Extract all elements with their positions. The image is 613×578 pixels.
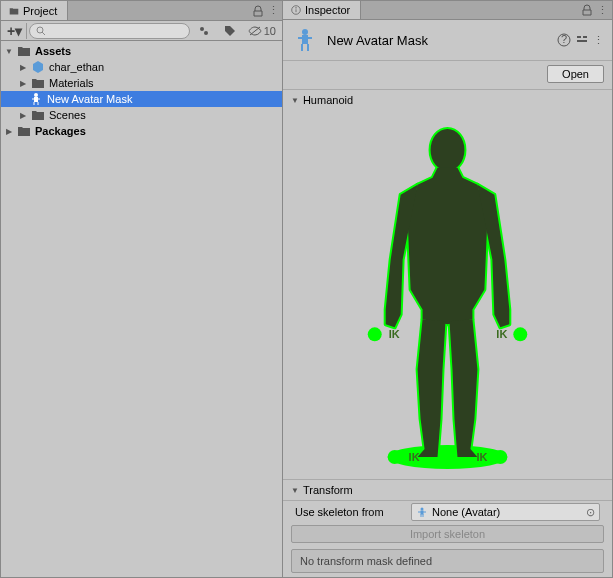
eye-off-icon	[248, 25, 262, 37]
svg-point-27	[388, 450, 402, 464]
skeleton-object-field[interactable]: None (Avatar) ⊙	[411, 503, 600, 521]
tree-char-ethan[interactable]: ▶ char_ethan	[1, 59, 282, 75]
ik-label: IK	[409, 451, 420, 463]
search-box[interactable]	[29, 23, 190, 39]
node-label: Packages	[33, 125, 282, 137]
inspector-tab-controls: ⋮	[581, 4, 612, 17]
svg-point-28	[493, 450, 507, 464]
inspector-header-controls: ? ⋮	[557, 33, 604, 47]
import-skeleton-button: Import skeleton	[291, 525, 604, 543]
svg-point-12	[295, 7, 296, 8]
object-field-value: None (Avatar)	[432, 506, 500, 518]
node-label: Assets	[33, 45, 282, 57]
foldout-icon: ▼	[291, 96, 299, 105]
svg-point-2	[200, 27, 204, 31]
project-tab[interactable]: Project	[1, 1, 68, 20]
field-label: Use skeleton from	[295, 506, 405, 518]
foldout-icon[interactable]: ▶	[17, 79, 29, 88]
svg-point-5	[34, 93, 38, 97]
transform-section: Use skeleton from None (Avatar) ⊙ Import…	[283, 500, 612, 577]
node-label: Scenes	[47, 109, 282, 121]
folder-icon	[31, 76, 45, 90]
create-button[interactable]: +▾	[3, 23, 27, 39]
svg-point-29	[421, 508, 424, 511]
prefab-icon	[31, 60, 45, 74]
inspector-panel: Inspector ⋮ New Avatar Mask ? ⋮ Open ▼ H…	[283, 1, 612, 577]
humanoid-header[interactable]: ▼ Humanoid	[283, 90, 612, 110]
ik-label: IK	[496, 328, 507, 340]
tree-scenes[interactable]: ▶ Scenes	[1, 107, 282, 123]
context-menu-icon[interactable]: ⋮	[593, 34, 604, 47]
lock-icon[interactable]	[252, 5, 264, 17]
search-icon	[36, 26, 46, 36]
folder-icon	[31, 108, 45, 122]
project-tab-controls: ⋮	[252, 4, 282, 17]
foldout-icon[interactable]: ▼	[3, 47, 15, 56]
svg-rect-14	[302, 35, 308, 44]
foldout-icon[interactable]: ▶	[3, 127, 15, 136]
svg-rect-21	[583, 36, 587, 38]
help-icon[interactable]: ?	[557, 33, 571, 47]
node-label: New Avatar Mask	[45, 93, 282, 105]
avatar-mask-icon	[29, 92, 43, 106]
tree-materials[interactable]: ▶ Materials	[1, 75, 282, 91]
info-box: No transform mask defined	[291, 549, 604, 573]
context-menu-icon[interactable]: ⋮	[597, 4, 608, 17]
foldout-icon[interactable]: ▶	[17, 111, 29, 120]
svg-point-26	[513, 327, 527, 341]
asset-title: New Avatar Mask	[327, 33, 549, 48]
folder-icon	[17, 124, 31, 138]
tree-assets[interactable]: ▼ Assets	[1, 43, 282, 59]
folder-icon	[17, 44, 31, 58]
project-panel: Project ⋮ +▾ 10	[1, 1, 283, 577]
filter-label-button[interactable]	[218, 23, 242, 39]
project-tab-label: Project	[23, 5, 57, 17]
svg-line-1	[42, 32, 45, 35]
info-icon	[291, 5, 301, 15]
ik-label: IK	[389, 328, 400, 340]
inspector-tab-row: Inspector ⋮	[283, 1, 612, 20]
ik-label: IK	[476, 451, 487, 463]
context-menu-icon[interactable]: ⋮	[268, 4, 278, 17]
lock-icon[interactable]	[581, 4, 593, 16]
humanoid-diagram[interactable]: IK IK IK IK	[283, 110, 612, 479]
use-skeleton-row: Use skeleton from None (Avatar) ⊙	[291, 501, 604, 523]
inspector-tab[interactable]: Inspector	[283, 1, 361, 19]
svg-point-24	[388, 445, 508, 469]
svg-rect-20	[577, 36, 581, 38]
folder-icon	[9, 6, 19, 16]
transform-header[interactable]: ▼ Transform	[283, 479, 612, 500]
foldout-icon: ▼	[291, 486, 299, 495]
hidden-count-value: 10	[264, 25, 276, 37]
svg-rect-22	[577, 40, 587, 42]
inspector-header: New Avatar Mask ? ⋮	[283, 20, 612, 61]
svg-point-3	[204, 31, 208, 35]
node-label: Materials	[47, 77, 282, 89]
svg-text:?: ?	[561, 33, 567, 45]
section-label: Transform	[303, 484, 353, 496]
preset-icon[interactable]	[575, 33, 589, 47]
filter-type-button[interactable]	[192, 23, 216, 39]
project-toolbar: +▾ 10	[1, 21, 282, 41]
project-tab-row: Project ⋮	[1, 1, 282, 21]
tree-avatar-mask[interactable]: New Avatar Mask	[1, 91, 282, 107]
svg-point-25	[368, 327, 382, 341]
search-input[interactable]	[50, 25, 183, 36]
node-label: char_ethan	[47, 61, 282, 73]
avatar-icon	[416, 506, 428, 518]
svg-point-13	[302, 29, 308, 35]
tree-packages[interactable]: ▶ Packages	[1, 123, 282, 139]
open-row: Open	[283, 61, 612, 90]
avatar-mask-icon	[291, 26, 319, 54]
section-label: Humanoid	[303, 94, 353, 106]
open-button[interactable]: Open	[547, 65, 604, 83]
foldout-icon[interactable]: ▶	[17, 63, 29, 72]
project-tree: ▼ Assets ▶ char_ethan ▶ Materials New Av…	[1, 41, 282, 577]
inspector-tab-label: Inspector	[305, 4, 350, 16]
hidden-count[interactable]: 10	[244, 25, 280, 37]
object-picker-icon[interactable]: ⊙	[586, 506, 595, 519]
